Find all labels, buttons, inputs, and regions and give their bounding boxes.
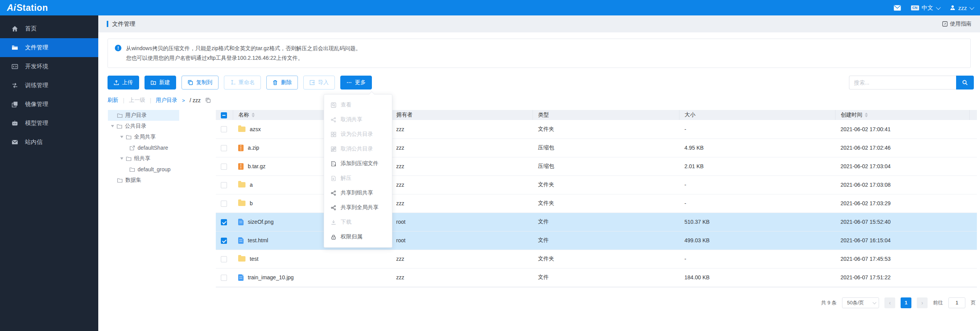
file-name[interactable]: a <box>250 182 253 188</box>
file-name[interactable]: a.zip <box>248 145 259 151</box>
file-type: 文件 <box>533 213 679 231</box>
row-checkbox[interactable] <box>221 182 227 188</box>
row-checkbox[interactable] <box>221 275 227 281</box>
file-type-icon <box>238 237 244 244</box>
breadcrumb-root[interactable]: 用户目录 <box>156 97 177 104</box>
new-folder-button[interactable]: 新建 <box>145 76 176 90</box>
row-checkbox[interactable] <box>221 201 227 207</box>
table-row[interactable]: train_image_10.jpg zzz 文件 184.00 KB 2021… <box>216 268 977 287</box>
sort-icon[interactable] <box>252 113 255 117</box>
usage-guide-link[interactable]: 使用指南 <box>942 20 972 27</box>
trash-icon <box>272 80 278 85</box>
rename-button[interactable]: 重命名 <box>224 76 261 90</box>
current-page-button[interactable]: 1 <box>901 297 911 308</box>
language-flag-icon: CN <box>911 5 919 10</box>
layers-icon <box>12 101 18 108</box>
tree-item-dataset[interactable]: 数据集 <box>108 175 179 186</box>
table-row[interactable]: test zzz 文件夹 - 2021-06-07 17:45:53 <box>216 250 977 268</box>
row-checkbox[interactable] <box>221 126 227 132</box>
folder-outline-icon <box>117 113 123 118</box>
file-size: 4.95 KB <box>679 138 835 157</box>
mail-icon[interactable] <box>894 5 901 11</box>
page-size-select[interactable]: 50条/页 <box>842 297 879 308</box>
breadcrumb: 刷新 | 上一级 | 用户目录 > / zzz <box>108 96 971 105</box>
user-menu[interactable]: zzz <box>950 5 973 11</box>
upload-icon <box>114 80 119 85</box>
copy-path-icon[interactable] <box>205 98 211 103</box>
language-switcher[interactable]: CN 中文 <box>911 4 940 12</box>
tree-item-default-group[interactable]: default_group <box>108 164 179 175</box>
sidebar: 首页 文件管理 开发环境 训练管理 镜像管理 模型管理 站内信 <box>0 15 98 331</box>
import-button[interactable]: 导入 <box>303 76 335 90</box>
menu-item-extract[interactable]: 解压 <box>324 171 392 186</box>
caret-down-icon[interactable] <box>120 157 123 160</box>
sidebar-item-messages[interactable]: 站内信 <box>0 133 98 152</box>
delete-button[interactable]: 删除 <box>266 76 298 90</box>
refresh-link[interactable]: 刷新 <box>108 97 118 104</box>
row-checkbox[interactable] <box>221 256 227 262</box>
file-created: 2021-06-07 16:15:04 <box>835 231 969 250</box>
sidebar-item-training-management[interactable]: 训练管理 <box>0 76 98 95</box>
search-icon <box>962 79 968 86</box>
sidebar-item-file-management[interactable]: 文件管理 <box>0 38 98 57</box>
upload-button[interactable]: 上传 <box>108 76 139 90</box>
tree-item-public-directory[interactable]: 公共目录 <box>108 121 179 132</box>
file-name[interactable]: b.tar.gz <box>248 163 266 169</box>
folder-outline-icon <box>126 156 131 161</box>
up-level-link[interactable]: 上一级 <box>129 97 145 104</box>
file-name[interactable]: train_image_10.jpg <box>248 274 294 280</box>
public-grid-icon <box>331 132 336 137</box>
copy-icon <box>188 80 193 85</box>
toolbar: 上传 新建 复制到 重命名 删除 导入 更多 <box>108 76 974 90</box>
file-type-icon <box>238 163 244 170</box>
menu-item-view[interactable]: 查看 <box>324 98 392 112</box>
copy-to-button[interactable]: 复制到 <box>182 76 219 90</box>
search-button[interactable] <box>956 76 974 90</box>
file-name[interactable]: test <box>250 256 259 262</box>
file-created: 2021-06-02 17:03:29 <box>835 194 969 213</box>
lock-icon <box>331 234 336 240</box>
menu-item-add-to-archive[interactable]: 添加到压缩文件 <box>324 156 392 171</box>
next-page-button[interactable]: › <box>917 297 928 308</box>
import-icon <box>309 80 315 85</box>
sidebar-item-dev-environment[interactable]: 开发环境 <box>0 57 98 76</box>
tree-item-default-share[interactable]: defaultShare <box>108 142 179 153</box>
menu-item-download[interactable]: 下载 <box>324 215 392 230</box>
file-type-icon <box>238 182 245 187</box>
file-created: 2021-06-07 17:51:22 <box>835 268 969 287</box>
file-type-icon <box>238 201 245 206</box>
menu-item-permission-ownership[interactable]: 权限归属 <box>324 230 392 244</box>
tree-item-group-share[interactable]: 组共享 <box>108 153 179 164</box>
row-checkbox[interactable] <box>221 164 227 170</box>
prev-page-button[interactable]: ‹ <box>884 297 895 308</box>
tree-item-global-share[interactable]: 全局共享 <box>108 132 179 142</box>
menu-item-share-to-global[interactable]: 共享到全局共享 <box>324 200 392 215</box>
search-input[interactable] <box>849 76 956 90</box>
row-checkbox[interactable] <box>221 219 227 225</box>
file-name[interactable]: b <box>250 200 253 206</box>
add-to-archive-icon <box>331 161 336 167</box>
sidebar-item-model-management[interactable]: 模型管理 <box>0 114 98 133</box>
menu-item-set-public-dir[interactable]: 设为公共目录 <box>324 127 392 142</box>
sidebar-item-home[interactable]: 首页 <box>0 19 98 38</box>
tree-item-user-directory[interactable]: 用户目录 <box>108 110 179 121</box>
file-created: 2021-06-02 17:00:41 <box>835 120 969 138</box>
menu-item-unshare[interactable]: 取消共享 <box>324 112 392 127</box>
menu-item-share-to-group[interactable]: 共享到组共享 <box>324 186 392 200</box>
caret-down-icon[interactable] <box>120 136 123 138</box>
select-all-checkbox[interactable] <box>221 112 227 118</box>
sort-icon[interactable] <box>865 113 868 117</box>
folder-outline-icon <box>129 167 135 172</box>
menu-item-cancel-public-dir[interactable]: 取消公共目录 <box>324 142 392 156</box>
column-header-created: 创建时间 <box>841 111 862 118</box>
file-name[interactable]: azsx <box>250 126 261 132</box>
caret-down-icon[interactable] <box>111 125 114 127</box>
sidebar-item-image-management[interactable]: 镜像管理 <box>0 95 98 114</box>
goto-page-input[interactable] <box>948 297 965 308</box>
file-type-icon <box>238 274 244 281</box>
file-name[interactable]: test.html <box>248 237 268 243</box>
file-name[interactable]: sizeOf.png <box>248 219 274 225</box>
row-checkbox[interactable] <box>221 238 227 244</box>
more-button[interactable]: 更多 <box>340 76 372 90</box>
row-checkbox[interactable] <box>221 145 227 151</box>
